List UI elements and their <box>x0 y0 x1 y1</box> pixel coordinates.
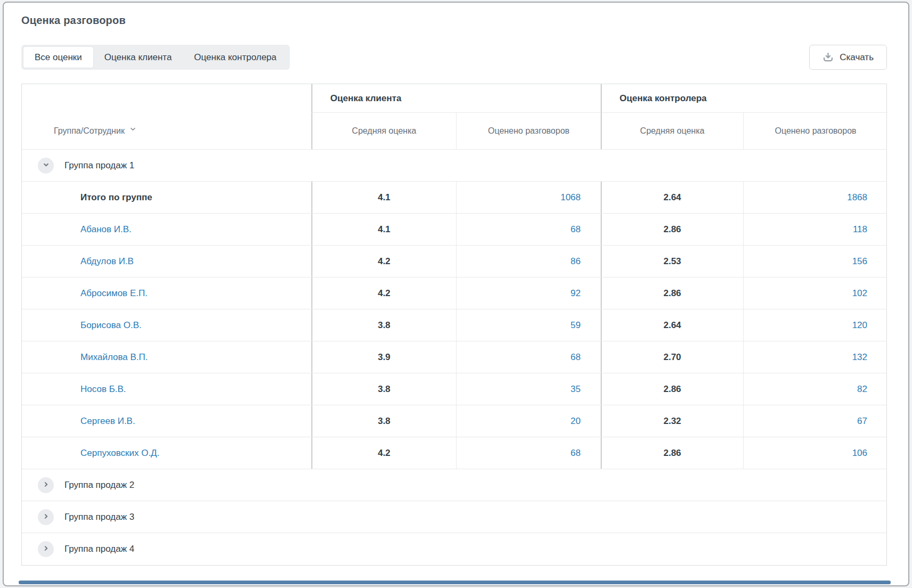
group-total-row: Итого по группе 4.1 1068 2.64 1868 <box>22 182 886 214</box>
client-count-link[interactable]: 20 <box>571 416 581 427</box>
controller-avg-value: 2.64 <box>601 182 743 213</box>
ratings-table: Группа/Сотрудник Оценка клиента Оценка к… <box>21 84 887 566</box>
client-avg-value: 4.2 <box>312 246 456 277</box>
download-button[interactable]: Скачать <box>809 45 887 70</box>
controller-count-link[interactable]: 118 <box>853 224 867 235</box>
tab-controller-rating[interactable]: Оценка контролера <box>183 47 288 68</box>
client-count-link[interactable]: 68 <box>571 352 581 363</box>
employee-row: Серпуховских О.Д. 4.2 68 2.86 106 <box>22 437 886 469</box>
employee-link[interactable]: Носов Б.В. <box>80 384 126 395</box>
section-header-client: Оценка клиента <box>312 84 601 113</box>
controller-avg-value: 2.32 <box>601 405 743 437</box>
client-count-link[interactable]: 86 <box>571 256 581 267</box>
controller-avg-value: 2.86 <box>601 277 743 309</box>
controller-count-link[interactable]: 120 <box>852 320 867 331</box>
group-label: Группа продаж 1 <box>64 160 134 171</box>
download-button-label: Скачать <box>840 52 874 63</box>
controller-count-link[interactable]: 156 <box>852 256 867 267</box>
chevron-right-icon <box>43 544 50 554</box>
employee-row: Абдулов И.В 4.2 86 2.53 156 <box>22 246 886 277</box>
client-avg-value: 3.8 <box>312 373 456 405</box>
group-row-sales-4[interactable]: Группа продаж 4 <box>22 533 886 565</box>
chevron-right-icon <box>43 480 50 491</box>
column-header-client-avg: Средняя оценка <box>312 113 456 149</box>
employee-row: Михайлова В.П. 3.9 68 2.70 132 <box>22 341 886 373</box>
employee-link[interactable]: Михайлова В.П. <box>80 352 148 363</box>
chevron-right-icon <box>43 512 50 522</box>
client-count-link[interactable]: 1068 <box>560 192 581 203</box>
page-title: Оценка разговоров <box>21 14 908 27</box>
section-header-controller: Оценка контролера <box>601 84 887 113</box>
column-header-client-count: Оценено разговоров <box>456 113 601 149</box>
controller-count-link[interactable]: 102 <box>852 288 867 299</box>
expand-group-button[interactable] <box>38 509 54 525</box>
controller-avg-value: 2.64 <box>601 309 743 341</box>
column-header-group-employee[interactable]: Группа/Сотрудник <box>22 84 312 149</box>
client-avg-value: 4.2 <box>312 277 456 309</box>
controller-avg-value: 2.70 <box>601 341 743 373</box>
employee-link[interactable]: Сергеев И.В. <box>80 416 135 427</box>
collapse-group-button[interactable] <box>38 158 54 174</box>
tray-arrow-down-icon <box>823 52 834 63</box>
group-label: Группа продаж 3 <box>64 512 134 522</box>
client-count-link[interactable]: 68 <box>571 224 581 235</box>
controller-count-link[interactable]: 82 <box>857 384 867 395</box>
group-row-sales-2[interactable]: Группа продаж 2 <box>22 469 886 501</box>
employee-link[interactable]: Серпуховских О.Д. <box>80 448 159 459</box>
employee-link[interactable]: Борисова О.В. <box>80 320 142 331</box>
controller-avg-value: 2.86 <box>601 373 743 405</box>
client-count-link[interactable]: 68 <box>571 448 581 459</box>
client-avg-value: 4.1 <box>312 182 456 213</box>
controller-count-link[interactable]: 1868 <box>847 192 867 203</box>
expand-group-button[interactable] <box>38 541 54 557</box>
client-avg-value: 3.8 <box>312 405 456 437</box>
tab-all-ratings[interactable]: Все оценки <box>23 47 93 68</box>
client-count-link[interactable]: 35 <box>571 384 581 395</box>
page-content: Оценка разговоров Все оценки Оценка клие… <box>4 3 908 566</box>
employee-row: Борисова О.В. 3.8 59 2.64 120 <box>22 309 886 341</box>
employee-link[interactable]: Абанов И.В. <box>80 224 132 235</box>
controller-avg-value: 2.53 <box>601 246 743 277</box>
employee-row: Носов Б.В. 3.8 35 2.86 82 <box>22 373 886 405</box>
client-avg-value: 3.9 <box>312 341 456 373</box>
employee-link[interactable]: Абросимов Е.П. <box>80 288 148 299</box>
group-label: Группа продаж 2 <box>64 480 134 491</box>
employee-row: Сергеев И.В. 3.8 20 2.32 67 <box>22 405 886 437</box>
app-window: Оценка разговоров Все оценки Оценка клие… <box>3 2 909 586</box>
client-count-link[interactable]: 92 <box>571 288 581 299</box>
column-header-controller-count: Оценено разговоров <box>743 113 887 149</box>
group-row-sales-1[interactable]: Группа продаж 1 <box>22 150 886 182</box>
controller-avg-value: 2.86 <box>601 437 743 469</box>
client-count-link[interactable]: 59 <box>571 320 581 331</box>
group-label: Группа продаж 4 <box>64 544 134 554</box>
chevron-down-icon <box>129 125 136 135</box>
employee-row: Абросимов Е.П. 4.2 92 2.86 102 <box>22 277 886 309</box>
chevron-down-icon <box>43 160 50 171</box>
table-header: Группа/Сотрудник Оценка клиента Оценка к… <box>22 84 886 150</box>
controller-count-link[interactable]: 67 <box>857 416 867 427</box>
expand-group-button[interactable] <box>38 477 54 493</box>
view-tabs: Все оценки Оценка клиента Оценка контрол… <box>21 45 290 70</box>
tab-client-rating[interactable]: Оценка клиента <box>93 47 183 68</box>
column-header-controller-avg: Средняя оценка <box>601 113 743 149</box>
horizontal-scrollbar[interactable] <box>19 581 891 584</box>
controller-count-link[interactable]: 106 <box>852 448 867 459</box>
employee-link[interactable]: Абдулов И.В <box>80 256 134 267</box>
group-row-sales-3[interactable]: Группа продаж 3 <box>22 501 886 533</box>
group-employee-header-label: Группа/Сотрудник <box>54 126 125 136</box>
controller-avg-value: 2.86 <box>601 214 743 245</box>
employee-row: Абанов И.В. 4.1 68 2.86 118 <box>22 214 886 246</box>
client-avg-value: 4.1 <box>312 214 456 245</box>
client-avg-value: 4.2 <box>312 437 456 469</box>
toolbar: Все оценки Оценка клиента Оценка контрол… <box>21 45 887 70</box>
controller-count-link[interactable]: 132 <box>852 352 867 363</box>
client-avg-value: 3.8 <box>312 309 456 341</box>
total-label: Итого по группе <box>22 182 312 213</box>
